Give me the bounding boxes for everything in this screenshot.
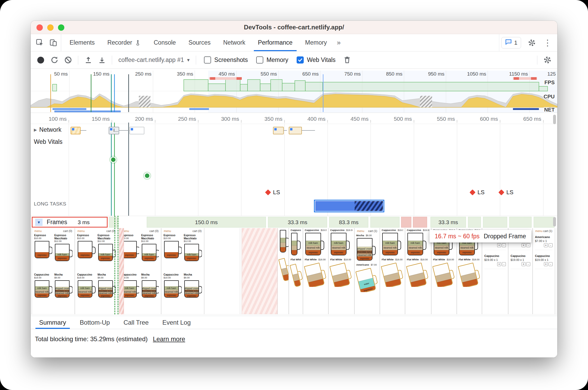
menu-link[interactable]: menu — [164, 229, 171, 233]
disclosure-triangle-icon[interactable]: ▼ — [35, 219, 43, 226]
network-request[interactable] — [289, 127, 302, 134]
stepper-button[interactable]: + — [522, 262, 526, 266]
tab-elements[interactable]: Elements — [63, 34, 101, 51]
menu-link[interactable]: menu — [357, 229, 364, 233]
cart-link[interactable]: cart (0) — [149, 229, 159, 233]
fullscreen-button[interactable] — [58, 24, 64, 31]
filmstrip-frame[interactable]: Cappuccino $19.00milk foamsteamed milkes… — [303, 228, 328, 314]
capture-settings-gear-icon[interactable] — [541, 54, 554, 66]
filmstrip-frame[interactable] — [242, 228, 277, 314]
menu-dots-icon[interactable]: ⋮ — [540, 39, 555, 47]
tab-recorder[interactable]: Recorder — [101, 34, 148, 51]
stepper-button[interactable]: + — [544, 262, 548, 266]
long-task-bar[interactable] — [314, 200, 384, 212]
close-button[interactable] — [36, 24, 43, 31]
stepper-button[interactable]: - — [549, 243, 553, 247]
history-dropdown[interactable]: coffee-cart.netlify.app #1 ▾ — [116, 56, 192, 64]
filmstrip-frame[interactable] — [204, 228, 240, 314]
frame-duration-segment[interactable] — [482, 217, 508, 228]
frame-duration-segment[interactable]: 33.3 ms — [430, 217, 466, 228]
filmstrip-frame[interactable]: Cappuccino $19.00Flat White $18.00 — [289, 228, 303, 314]
layout-shift-marker[interactable]: LS — [499, 189, 513, 196]
tab-console[interactable]: Console — [147, 34, 182, 51]
cup-layer-steamed-milk: steamed milk — [142, 292, 156, 294]
bottom-tab-bottom-up[interactable]: Bottom-Up — [73, 316, 117, 329]
minimize-button[interactable] — [47, 24, 54, 31]
settings-gear-icon[interactable] — [525, 39, 539, 47]
device-toolbar-icon[interactable] — [47, 34, 61, 51]
stepper-button[interactable]: + — [497, 243, 501, 247]
vertical-scrollbar-thumb[interactable] — [553, 115, 556, 124]
load-profile-icon[interactable] — [82, 54, 94, 66]
checkbox-memory[interactable]: Memory — [256, 56, 288, 64]
tab-memory[interactable]: Memory — [299, 34, 333, 51]
network-track-header[interactable]: ▶ Network — [34, 126, 61, 133]
filmstrip-frame[interactable]: menucart (0)Espresso$10.00espressoEspres… — [161, 228, 204, 314]
frame-duration-segment[interactable] — [468, 217, 481, 228]
network-request[interactable] — [71, 127, 81, 134]
layout-shift-marker[interactable]: LS — [470, 189, 485, 196]
filmstrip-frame[interactable]: menucart (0)Espresso$10.00espressoEspres… — [32, 228, 75, 314]
stepper-button[interactable]: + — [497, 262, 501, 266]
stepper-button[interactable]: - — [502, 243, 506, 247]
network-request[interactable] — [273, 127, 284, 134]
save-profile-icon[interactable] — [96, 54, 108, 66]
tab-performance[interactable]: Performance — [252, 34, 299, 51]
stepper-button[interactable]: - — [526, 262, 530, 266]
filmstrip-frame[interactable]: menucart (0)Espresso$10.00espressoEspres… — [75, 228, 118, 314]
cart-link[interactable]: cart (0) — [192, 229, 202, 233]
frame-duration-segment[interactable] — [509, 217, 532, 228]
issues-counter[interactable]: 1 — [501, 37, 521, 49]
disclosure-triangle-icon[interactable]: ▶ — [34, 128, 37, 132]
record-button[interactable] — [34, 54, 47, 66]
clear-recording-icon[interactable] — [62, 54, 74, 66]
checkbox-web-vitals[interactable]: Web Vitals — [297, 56, 335, 64]
frame-duration-segment[interactable] — [413, 217, 427, 228]
menu-link[interactable]: menu — [77, 229, 85, 233]
cart-link[interactable]: cart (1) — [543, 229, 552, 233]
filmstrip-frame[interactable]: Cappuccino $19.00milk foamsteamed milkes… — [405, 228, 431, 314]
tab-sources[interactable]: Sources — [182, 34, 217, 51]
frame-duration-segment[interactable] — [401, 217, 411, 228]
more-tabs-chevron[interactable]: » — [333, 34, 344, 51]
filmstrip-frame[interactable]: menucart (1)Americano$7.00 x 1+-Cappucin… — [533, 228, 555, 314]
cart-link[interactable]: cart (0) — [63, 229, 72, 233]
bottom-tab-call-tree[interactable]: Call Tree — [117, 316, 155, 329]
filmstrip-frame[interactable]: menucart (1)Mocha $8.00whipped creamchoc… — [354, 228, 380, 314]
cart-link[interactable]: cart (1) — [368, 229, 377, 233]
frame-duration-segment[interactable] — [370, 217, 400, 228]
learn-more-link[interactable]: Learn more — [153, 335, 185, 342]
inspect-element-icon[interactable] — [33, 34, 47, 51]
network-request[interactable]: I... — [109, 127, 119, 134]
tab-network[interactable]: Network — [217, 34, 251, 51]
delete-recording-icon[interactable] — [341, 54, 353, 66]
bottom-tab-summary[interactable]: Summary — [32, 316, 73, 329]
filmstrip-frame[interactable] — [277, 228, 289, 314]
cart-link[interactable]: cart (0) — [106, 229, 116, 233]
frame-duration-segment[interactable] — [533, 217, 555, 228]
web-vital-dot[interactable] — [145, 173, 149, 178]
checkbox-screenshots[interactable]: Screenshots — [204, 56, 248, 64]
stepper-button[interactable]: - — [502, 262, 506, 266]
frame-duration-segment[interactable]: 150.0 ms — [146, 217, 266, 228]
filmstrip-frame[interactable]: Cappuccino $19.00milk foamsteamed milkes… — [380, 228, 405, 314]
stepper-button[interactable]: - — [549, 262, 553, 266]
stepper-button[interactable]: + — [544, 243, 548, 247]
filmstrip-frame[interactable]: Cappuccino $19.00milk foamsteamed milkes… — [328, 228, 354, 314]
reload-and-record-icon[interactable] — [48, 54, 61, 66]
menu-link[interactable]: menu — [34, 229, 42, 233]
layout-shift-marker[interactable]: LS — [266, 189, 280, 196]
frame-duration-segment[interactable]: 83.3 ms — [329, 217, 369, 228]
bottom-tab-event-log[interactable]: Event Log — [155, 316, 197, 329]
timeline-overview[interactable]: 50 ms150 ms250 ms350 ms450 ms550 ms650 m… — [31, 71, 557, 113]
menu-link[interactable]: menu — [535, 229, 543, 233]
web-vital-dot[interactable] — [111, 157, 116, 162]
frame-duration-segment[interactable]: 33.3 ms — [267, 217, 328, 228]
frames-track-header-highlight[interactable]: ▼ Frames 3 ms — [32, 217, 108, 228]
stepper-button[interactable]: - — [526, 243, 530, 247]
vertical-scrollbar-thumb[interactable] — [553, 217, 556, 226]
frame-duration-segment[interactable] — [108, 217, 119, 228]
filmstrip-frame[interactable]: menucart (0)Espresso$10.00espressoEspres… — [119, 228, 161, 314]
network-request[interactable] — [129, 127, 144, 134]
stepper-button[interactable]: + — [522, 243, 526, 247]
